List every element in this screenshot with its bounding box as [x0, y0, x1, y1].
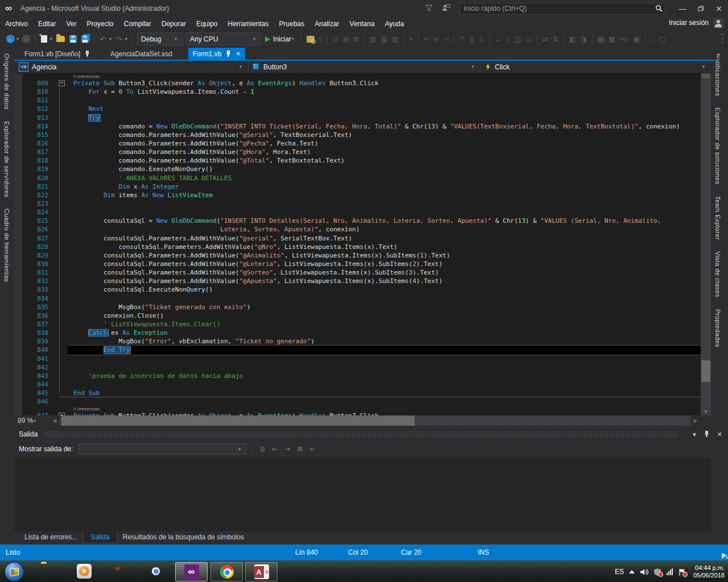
code-line-826[interactable]: 826 Loteria, Sorteo, Apuesta)", conexion… [14, 225, 701, 234]
platform-dropdown[interactable]: Any CPU▾ [186, 32, 261, 45]
code-line-814[interactable]: 814 comando = New OleDbCommand("INSERT I… [14, 122, 701, 131]
taskbar-chrome-window[interactable] [210, 562, 243, 581]
navigate-back-dropdown-icon[interactable]: ▾ [16, 36, 19, 41]
volume-icon[interactable] [640, 568, 648, 576]
code-line-811[interactable]: 811 [14, 96, 701, 105]
close-icon[interactable]: ✕ [235, 51, 240, 57]
code-line-829[interactable]: 829 consultaSql.Parameters.AddWithValue(… [14, 251, 701, 260]
undo-button[interactable]: ↶ [97, 33, 109, 45]
project-dropdown[interactable]: VB Agencia▾ [14, 61, 249, 73]
taskbar-visual-studio-window[interactable]: ∞ [175, 562, 208, 581]
navigate-back-button[interactable]: ← [5, 33, 16, 45]
menu-editar[interactable]: Editar [33, 18, 61, 30]
word-wrap-icon[interactable]: ↵ [307, 445, 319, 453]
scroll-right-icon[interactable]: ▶ [690, 418, 701, 423]
send-feedback-icon[interactable] [442, 4, 450, 13]
code-line-845[interactable]: 845End Sub [14, 389, 701, 397]
open-file-button[interactable] [54, 33, 67, 45]
panel-tab-salida[interactable]: Salida [83, 531, 117, 543]
panel-options-icon[interactable]: ▾ [693, 431, 696, 438]
taskbar-explorer-button[interactable] [41, 564, 57, 580]
clock[interactable]: 04:44 p.m. 05/06/2018 [693, 564, 725, 579]
collapse-icon[interactable] [59, 80, 65, 86]
indent-icon[interactable]: ⇥ [282, 445, 294, 453]
save-button[interactable] [67, 33, 79, 45]
menu-analizar[interactable]: Analizar [309, 18, 344, 30]
sign-in-button[interactable]: Iniciar sesión [669, 19, 709, 27]
code-line-830[interactable]: 830 consultaSql.Parameters.AddWithValue(… [14, 260, 701, 268]
code-line-839[interactable]: 839 MsgBox("Error", vbExclamation, "Tick… [14, 337, 701, 346]
undo-dropdown-icon[interactable]: ▾ [109, 36, 111, 41]
panel-drag-handle[interactable] [44, 431, 678, 438]
event-dropdown[interactable]: Click▾ [481, 61, 711, 73]
zoom-level-dropdown[interactable]: 89 %▾ [14, 415, 49, 426]
menu-ayuda[interactable]: Ayuda [380, 18, 410, 30]
output-source-dropdown[interactable]: ▾ [78, 443, 246, 455]
code-line-809[interactable]: 809Private Sub Button3_Click(sender As O… [14, 79, 701, 88]
code-line-847[interactable]: 847Private Sub Button7_Click(sender As O… [14, 411, 701, 415]
code-line-840[interactable]: 840 End Try [14, 346, 701, 354]
side-tab-cuadro-de-herramientas[interactable]: Cuadro de herramientas [0, 203, 14, 288]
code-line-828[interactable]: 828 consultaSql.Parameters.AddWithValue(… [14, 243, 701, 251]
horizontal-scrollbar[interactable] [60, 415, 690, 426]
restore-button[interactable] [692, 1, 710, 16]
panel-tab-lista-de-errores[interactable]: Lista de errores... [19, 531, 83, 543]
code-line-824[interactable]: 824 [14, 208, 701, 217]
toolbar-options-icon[interactable]: —⌄ [318, 37, 322, 41]
feedback-filter-icon[interactable] [425, 5, 433, 13]
output-title-bar[interactable]: Salida ▾ ✕ [0, 427, 728, 442]
menu-archivo[interactable]: Archivo [0, 18, 33, 30]
code-line-842[interactable]: 842 [14, 363, 701, 372]
panel-tab-resultados-de-la-busqueda-de-simbolos[interactable]: Resultados de la búsqueda de símbolos [117, 531, 250, 543]
debug-target-dropdown[interactable]: Debug▾ [137, 32, 183, 45]
taskbar-chrome-button[interactable] [148, 564, 164, 580]
code-line-817[interactable]: 817 comando.Parameters.AddWithValue("@Ho… [14, 148, 701, 156]
redo-dropdown-icon[interactable]: ▾ [125, 36, 127, 41]
code-line-831[interactable]: 831 consultaSql.Parameters.AddWithValue(… [14, 268, 701, 277]
taskbar-firefox-button[interactable] [112, 564, 128, 580]
clear-all-icon[interactable]: ⊠ [294, 445, 307, 453]
code-line-823[interactable]: 823 [14, 199, 701, 208]
code-line-815[interactable]: 815 comando.Parameters.AddWithValue("@Se… [14, 131, 701, 139]
minimize-button[interactable]: — [673, 1, 692, 16]
pin-icon[interactable] [704, 431, 709, 438]
codelens-references[interactable]: 0 referencias [73, 74, 100, 79]
redo-button[interactable]: ↷ [113, 33, 125, 45]
vertical-scrollbar[interactable]: ▼ [701, 73, 711, 415]
menu-compilar[interactable]: Compilar [119, 18, 156, 30]
code-line-812[interactable]: 812 Next [14, 105, 701, 113]
menu-pruebas[interactable]: Pruebas [274, 18, 310, 30]
code-line-837[interactable]: 837 ' ListViewapuesta.Items.Clear() [14, 320, 701, 329]
show-hidden-icons[interactable] [629, 570, 635, 573]
code-line-822[interactable]: 822 Dim items As New ListViewItem [14, 191, 701, 199]
quick-launch-input[interactable] [460, 3, 665, 15]
tab-form1-vb-diseno[interactable]: Form1.vb [Diseño] [20, 48, 94, 60]
code-line-833[interactable]: 833 consultaSql.ExecuteNonQuery() [14, 285, 701, 294]
menu-equipo[interactable]: Equipo [191, 18, 222, 30]
code-line-818[interactable]: 818 comando.Parameters.AddWithValue("@To… [14, 156, 701, 165]
tab-agenciadataset-xsd[interactable]: AgenciaDataSet.xsd [106, 48, 177, 60]
side-tab-explorador-de-soluciones[interactable]: Explorador de soluciones [711, 102, 725, 190]
code-line-838[interactable]: 838 Catch ex As Exception [14, 329, 701, 337]
code-line-834[interactable]: 834 [14, 294, 701, 303]
new-file-button[interactable] [38, 33, 49, 45]
vertical-scrollbar-thumb[interactable] [701, 360, 710, 382]
start-button[interactable] [5, 562, 24, 581]
menu-ver[interactable]: Ver [61, 18, 81, 30]
code-line-844[interactable]: 844 [14, 380, 701, 389]
scroll-left-icon[interactable]: ◀ [49, 418, 60, 423]
codelens-references[interactable]: 0 referencias [73, 406, 100, 411]
start-debug-button[interactable]: Iniciar ▾ [265, 35, 296, 43]
code-line-835[interactable]: 835 MsgBox("Ticket generado con exito") [14, 303, 701, 311]
splitter-grip[interactable] [702, 73, 710, 79]
code-line-819[interactable]: 819 comando.ExecuteNonQuery() [14, 165, 701, 173]
pin-icon[interactable] [85, 51, 90, 57]
code-line-813[interactable]: 813 Try [14, 114, 701, 122]
code-line-832[interactable]: 832 consultaSql.Parameters.AddWithValue(… [14, 277, 701, 285]
side-tab-propiedades[interactable]: Propiedades [711, 304, 725, 353]
navigate-forward-button[interactable]: → [20, 33, 32, 45]
search-icon[interactable] [655, 5, 663, 14]
find-in-files-button[interactable] [304, 33, 317, 45]
action-center-flag-icon[interactable] [678, 568, 686, 576]
scroll-down-icon[interactable]: ▼ [701, 409, 711, 414]
